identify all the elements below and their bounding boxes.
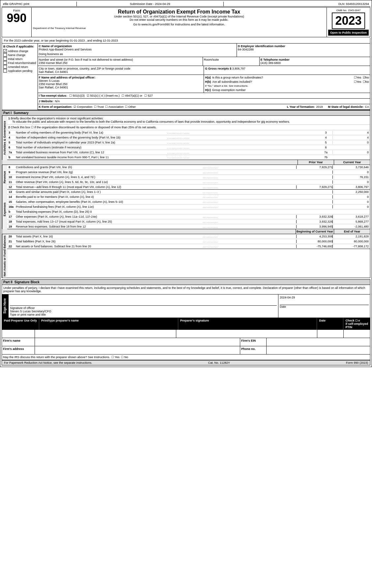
tax-status-501c3: ☐ 501(c)(3) [69,94,85,97]
ha-text: Is this a group return for subordinates? [212,76,263,79]
e16a-dots: ........... [203,205,296,208]
row-17: 17 Other expenses (Part IX, column (A), … [7,214,370,219]
final-return-label: Final return/terminated [8,61,36,65]
row3-val: 4 [332,131,369,134]
form-number: 990 [7,12,26,24]
r10-num: 10 [9,175,16,179]
pp-self-employed: if self-employed [345,322,368,325]
r11-text: Other revenue (Part VIII, column (A), li… [16,180,203,184]
row-15: 15 Salaries, other compensation, employe… [7,200,370,204]
pp-date-value[interactable] [317,330,344,338]
header-center: Return of Organization Exempt From Incom… [32,8,327,37]
address-change-label: Address change [8,49,28,53]
trust-option: ☐ Trust [94,105,104,108]
website-row: J Website: N/A [38,99,370,104]
pp-empty [2,330,35,338]
date-label-text: Date [280,305,369,308]
mission-text: Briefly describe the organization's miss… [11,117,104,120]
r8-col2: 3,730,646 [332,166,369,169]
irs-discuss-row: May the IRS discuss this return with the… [2,355,370,360]
row-8: 8 Contributions and grants (Part VIII, l… [7,165,370,170]
other-option: ☐ Other [125,105,136,108]
row-18: 18 Total expenses. Add lines 13–17 (must… [7,219,370,224]
street-label: Number and street (or P.O. box if mail i… [39,58,202,61]
initial-return-checkbox[interactable] [3,57,7,61]
part1-header: Part I Summary [2,110,370,116]
website-value: N/A [55,100,60,103]
n20-text: Total assets (Part X, line 16) [16,235,203,238]
row5-val: 0 [332,141,369,144]
header-right: OMB No. 1545-0047 2023 Open to Public In… [327,8,370,37]
pp-firm-addr-label: Firm's address [2,346,35,354]
pp-phone-value[interactable] [267,346,370,354]
pp-firm-ein-label: Firm's EIN [240,338,267,346]
sig-type: Type or print name and title [10,313,277,316]
principal-container: F Name and address of principal officer:… [38,75,204,93]
signature-right: 2024-04-29 Date [278,294,370,318]
discuss-no: ☐ No [121,356,128,359]
part2-text: Under penalties of perjury, I declare th… [2,285,370,294]
r10-col2: 76,151 [332,175,369,179]
application-pending-checkbox[interactable] [3,69,7,73]
ha-label: H(a) [205,76,211,79]
e16b-text: Total fundraising expenses (Part IX, col… [16,210,296,213]
address-change-checkbox[interactable] [3,49,7,53]
pp-ptin-label: PTIN [345,325,368,329]
row-10: 10 Investment income (Part VIII, column … [7,175,370,180]
room-suite-container: Room/suite [203,57,260,66]
mission-value: To educate the public and advocate with … [8,120,369,123]
hc-text: Group exemption number [212,88,246,92]
part1-label: Part I [3,111,12,115]
row3-text: Number of voting members of the governin… [16,131,168,134]
principal-address: 2350 Kerner Blvd 250 [39,82,203,86]
pp-firm-name-value[interactable] [35,338,240,346]
org-name-container: C Name of organization Protect App-Based… [38,44,237,57]
sig-date-line[interactable] [280,299,369,305]
revenue-rows: 8 Contributions and grants (Part VIII, l… [7,165,370,190]
name-change-checkbox[interactable] [3,53,7,57]
final-return-checkbox[interactable] [3,61,7,65]
row7a-linenum: 7a [319,151,332,154]
street-container: Number and street (or P.O. box if mail i… [38,57,203,66]
n22-num: 22 [9,245,16,248]
sig-officer-label: Signature of officer [10,306,277,310]
e14-dots: ........... [203,196,296,199]
paid-preparer-header: Paid Preparer Use Only Print/type prepar… [2,318,370,330]
principal-city: San Rafael, CA 94901 [39,86,203,89]
tax-year-text: For the 2023 calendar year, or tax year … [4,39,118,42]
e19-col2: -2,061,480 [332,225,369,228]
activities-wrapper: Activities & Governance 1 Briefly descri… [2,116,370,160]
e15-dots: ........... [203,201,296,203]
n21-num: 21 [9,240,16,243]
hb-note: If "No," attach a list. See instructions… [205,84,369,87]
e18-num: 18 [9,220,16,223]
row4-linenum: 4 [319,136,332,139]
omb-number: OMB No. 1545-0047 [336,9,360,12]
e13-num: 13 [9,190,16,194]
pp-name-value[interactable] [35,330,176,338]
mission-row: 1 Briefly describe the organization's mi… [7,116,370,125]
pp-firm-name-label: Firm's name [2,338,35,346]
r12-num: 12 [9,185,16,189]
pp-firm-ein-value[interactable] [267,338,370,346]
hc-label: H(c) [205,88,211,92]
part2-header: Part II Signature Block [2,279,370,285]
row7b-linenum: 7b [319,156,332,159]
r11-num: 11 [9,180,16,184]
pp-firm-addr-value[interactable] [35,346,240,354]
e19-text: Revenue less expenses. Subtract line 18 … [16,225,203,228]
row-5: 5 Total number of individuals employed i… [7,140,370,145]
open-public-label: Open to Public Inspection [328,30,369,36]
r8-col1: 7,929,271 [296,166,332,169]
gross-label: G Gross receipts $ [205,67,231,70]
pp-sig-value[interactable] [176,330,318,338]
row-3: 3 Number of voting members of the govern… [7,130,370,135]
row7b-num: b [9,156,16,159]
city-label: City or town, state or province, country… [39,67,203,70]
amended-checkbox[interactable] [3,65,7,69]
pp-ptin-value[interactable] [344,330,370,338]
expenses-side-label: Expenses [2,190,7,229]
r8-num: 8 [9,166,16,169]
sig-line[interactable] [10,296,277,306]
sign-here-label: Sign Here [2,294,9,318]
